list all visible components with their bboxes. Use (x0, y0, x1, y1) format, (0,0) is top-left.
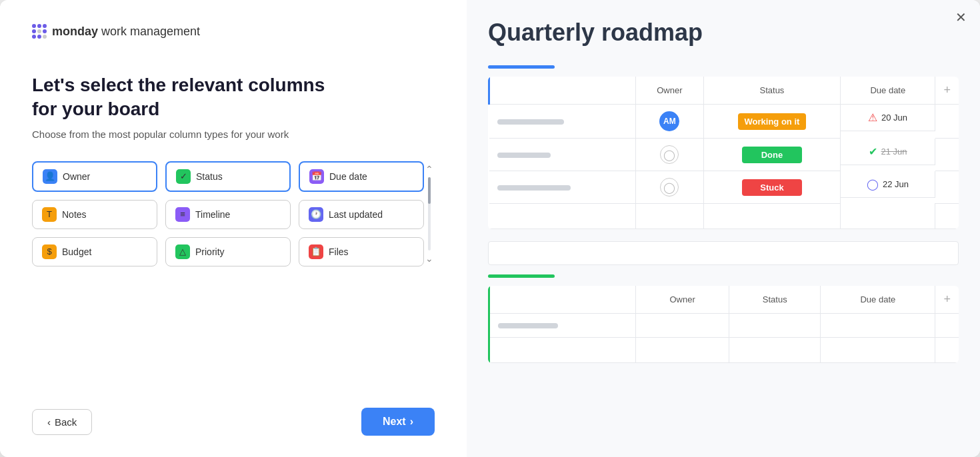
col-chip-label: Due date (329, 171, 367, 182)
empty-cell (489, 204, 636, 229)
section2-indicator (488, 274, 555, 278)
col-chip-label: Status (196, 171, 223, 182)
table-header-row: Owner Status Due date + (489, 77, 959, 105)
table-row: ◯ Stuck ◯ 22 Jun (489, 171, 959, 204)
row-add-cell (935, 139, 959, 171)
columns-grid: 👤Owner✓Status📅Due dateTNotes≡Timeline🕐La… (32, 161, 424, 266)
table-row (489, 314, 959, 338)
row-date-cell (821, 314, 935, 338)
timeline-icon: ≡ (175, 207, 190, 222)
lastupdated-icon: 🕐 (309, 207, 323, 222)
col-chip-label: Priority (195, 246, 225, 257)
col-chip-label: Budget (62, 246, 91, 257)
row-owner-cell (636, 314, 729, 338)
empty-cell (935, 204, 959, 229)
row-date-cell: ⚠ 20 Jun (841, 105, 935, 131)
nav-row: ‹ Back Next › (32, 386, 435, 436)
row-add-cell (935, 314, 959, 338)
left-panel: monday work management Let's select the … (0, 0, 467, 457)
add-col-button[interactable]: + (935, 77, 959, 105)
back-label: Back (55, 416, 77, 428)
scroll-thumb (428, 177, 431, 204)
row-add-cell (935, 105, 959, 139)
col-chip-notes[interactable]: TNotes (32, 200, 157, 229)
status-badge: Done (742, 147, 802, 163)
back-button[interactable]: ‹ Back (32, 409, 92, 435)
modal-container: monday work management Let's select the … (0, 0, 980, 457)
avatar-placeholder: ◯ (660, 145, 679, 164)
col-owner-header: Owner (636, 77, 704, 105)
subheadline: Choose from the most popular column type… (32, 129, 435, 140)
add-col-button[interactable]: + (935, 286, 959, 314)
empty-cell (729, 338, 821, 363)
row-name-cell (489, 139, 636, 171)
logo-text: monday work management (52, 25, 200, 39)
row-name-cell (489, 314, 636, 338)
row-owner-cell: AM (636, 105, 704, 139)
col-chip-owner[interactable]: 👤Owner (32, 161, 157, 192)
col-duedate-header: Due date (841, 77, 935, 105)
scroll-track (428, 177, 431, 250)
row-name-cell (489, 105, 636, 139)
logo-suffix: work management (98, 25, 200, 38)
col-chip-label: Files (329, 246, 349, 257)
col-duedate-header: Due date (821, 286, 935, 314)
next-label: Next (383, 416, 406, 428)
row-name-cell (489, 171, 636, 204)
logo-icon (32, 24, 47, 39)
col-status-header: Status (729, 286, 821, 314)
col-name-header (489, 286, 636, 314)
check-icon: ✔ (869, 145, 877, 158)
date-value: 20 Jun (881, 113, 907, 123)
col-chip-budget[interactable]: $Budget (32, 237, 157, 266)
close-button[interactable]: ✕ (955, 11, 967, 24)
row-add-cell (935, 171, 959, 204)
col-status-header: Status (703, 77, 840, 105)
col-chip-duedate[interactable]: 📅Due date (299, 161, 424, 192)
table-row: AM Working on it ⚠ 20 Jun (489, 105, 959, 139)
row-owner-cell: ◯ (636, 139, 704, 171)
row-status-cell (729, 314, 821, 338)
col-name-header (489, 77, 636, 105)
back-arrow-icon: ‹ (47, 416, 51, 428)
col-chip-lastupdated[interactable]: 🕐Last updated (299, 200, 424, 229)
notes-icon: T (42, 207, 57, 222)
empty-row (489, 204, 959, 229)
status-badge: Stuck (742, 179, 802, 196)
empty-cell (636, 338, 729, 363)
next-button[interactable]: Next › (361, 408, 435, 436)
files-icon: 📋 (309, 244, 323, 259)
status-icon: ✓ (176, 169, 191, 184)
section1-table: Owner Status Due date + AM Working on it (488, 77, 959, 229)
scroll-up-arrow[interactable]: ⌃ (425, 164, 433, 175)
empty-section-row (488, 241, 959, 265)
owner-icon: 👤 (43, 169, 57, 184)
row-status-cell: Stuck (703, 171, 840, 204)
col-chip-priority[interactable]: △Priority (165, 237, 291, 266)
logo-brand: monday (52, 25, 98, 38)
col-chip-status[interactable]: ✓Status (165, 161, 291, 192)
headline: Let's select the relevant columns for yo… (32, 73, 352, 122)
exclaim-icon: ⚠ (868, 111, 877, 124)
empty-row (489, 338, 959, 363)
date-value: 21 Jun (881, 147, 907, 157)
row-owner-cell: ◯ (636, 171, 704, 204)
col-chip-timeline[interactable]: ≡Timeline (165, 200, 291, 229)
priority-icon: △ (175, 244, 190, 259)
col-chip-files[interactable]: 📋Files (299, 237, 424, 266)
empty-cell (841, 204, 935, 229)
avatar: AM (659, 111, 679, 131)
empty-cell (489, 338, 636, 363)
row-status-cell: Done (703, 139, 840, 171)
col-owner-header: Owner (636, 286, 729, 314)
row-status-cell: Working on it (703, 105, 840, 139)
scroll-down-arrow[interactable]: ⌄ (425, 253, 433, 264)
clock-icon: ◯ (867, 178, 879, 191)
right-panel: ✕ Quarterly roadmap Owner Status Due dat… (467, 0, 980, 457)
panel-title: Quarterly roadmap (488, 19, 959, 47)
col-chip-label: Timeline (195, 209, 230, 220)
logo-area: monday work management (32, 24, 435, 39)
col-chip-label: Notes (62, 209, 87, 220)
table-row: ◯ Done ✔ 21 Jun (489, 139, 959, 171)
row-date-cell: ◯ 22 Jun (841, 171, 935, 198)
